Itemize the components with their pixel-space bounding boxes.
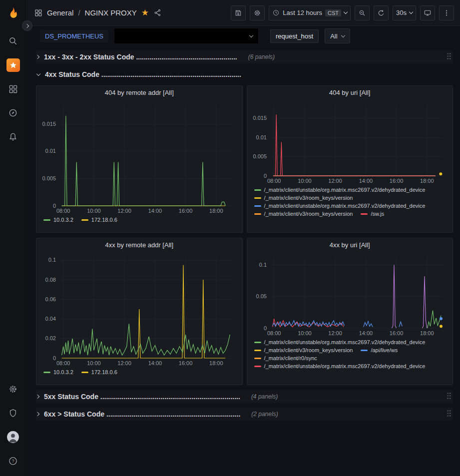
breadcrumb-section[interactable]: General [47,8,73,17]
svg-text:?: ? [11,459,14,464]
sidebar-item-help[interactable]: ? [0,449,26,473]
row-title: 5xx Status Code ........................… [44,393,240,401]
svg-text:0.04: 0.04 [45,316,56,322]
panel-title[interactable]: 4xx by uri [All] [247,238,453,252]
sidebar-expand-button[interactable] [22,20,32,31]
legend-item[interactable]: /_matrix/client/unstable/org.matrix.msc2… [254,339,426,345]
legend-item[interactable]: /_matrix/client/unstable/org.matrix.msc2… [254,187,426,193]
legend-item[interactable]: /_matrix/client/v3/room_keys/version [254,347,353,353]
svg-text:16:00: 16:00 [389,178,403,184]
legend-series-label: /_matrix/client/unstable/org.matrix.msc2… [264,187,426,193]
request-host-variable-value[interactable]: All [325,28,350,43]
svg-text:14:00: 14:00 [148,360,162,366]
panel-grid: 404 by remote addr [All] 08:0010:0012:00… [36,85,453,385]
legend-series-label: /sw.js [371,211,384,217]
zoom-out-button[interactable] [355,5,370,20]
kebab-menu-button[interactable] [439,5,454,20]
sidebar-item-configuration[interactable] [0,377,26,401]
row-4xx-status-code[interactable]: 4xx Status Code ........................… [36,68,453,81]
panel-title[interactable]: 4xx by remote addr [All] [36,238,242,252]
svg-text:16:00: 16:00 [179,360,193,366]
svg-text:0.1: 0.1 [259,262,266,268]
legend-item[interactable]: /sw.js [361,211,384,217]
legend-series-label: /_matrix/client/unstable/org.matrix.msc2… [264,339,426,345]
row-drag-handle[interactable] [447,392,452,402]
zoom-out-icon [358,9,366,17]
row-6xx-status-code[interactable]: 6xx > Status Code ......................… [36,408,453,421]
share-icon[interactable] [153,8,162,17]
panel-chart[interactable]: 08:0010:0012:0014:0016:0018:0000.020.040… [38,252,239,367]
row-drag-handle[interactable] [447,52,452,62]
legend-item[interactable]: 10.0.3.2 [43,369,73,375]
sidebar-item-dashboards[interactable] [0,77,26,101]
legend-series-label: 10.0.3.2 [53,217,73,223]
legend-item[interactable]: /api/live/ws [361,347,398,353]
refresh-interval-value: 30s [396,9,407,16]
refresh-button[interactable] [374,5,389,20]
panel-chart[interactable]: 08:0010:0012:0014:0016:0018:0000.0050.01… [249,100,450,185]
refresh-interval-dropdown[interactable]: 30s [393,5,416,20]
legend-item[interactable]: /_matrix/client/unstable/org.matrix.msc2… [254,363,426,369]
sidebar-item-server-admin[interactable] [0,401,26,425]
request-host-variable-text: All [330,32,337,40]
legend-item[interactable]: /_matrix/client/unstable/org.matrix.msc2… [254,203,426,209]
grafana-logo[interactable] [4,5,21,22]
sidebar-item-explore[interactable] [0,101,26,125]
breadcrumb-separator: / [78,8,80,17]
legend-series-label: /api/live/ws [371,347,398,353]
legend-item[interactable]: /_matrix/client/v3/room_keys/version [254,211,353,217]
sidebar-item-profile[interactable] [0,425,26,449]
chevron-right-icon [24,23,28,27]
svg-text:08:00: 08:00 [267,178,281,184]
panel-4xx-by-uri: 4xx by uri [All] 08:0010:0012:0014:0016:… [247,238,454,385]
panel-title[interactable]: 404 by remote addr [All] [36,86,242,100]
svg-text:14:00: 14:00 [359,330,373,336]
chevron-down-icon [36,71,40,75]
legend-series-marker [254,366,261,367]
save-dashboard-button[interactable] [231,5,246,20]
breadcrumb-title[interactable]: NGINX PROXY [85,8,137,17]
variables-bar: DS_PROMETHEUS request_host All [26,26,460,46]
row-1xx-3xx-2xx-status-code[interactable]: 1xx - 3xx - 2xx Status Code ............… [36,50,453,63]
chevron-down-icon [341,33,345,37]
legend-item[interactable]: 10.0.3.2 [43,217,73,223]
sidebar-item-search[interactable] [0,29,26,53]
favorite-star-icon[interactable]: ★ [141,8,149,17]
star-icon [6,58,20,72]
svg-text:16:00: 16:00 [179,208,193,214]
row-title: 1xx - 3xx - 2xx Status Code ............… [44,53,237,61]
legend-item[interactable]: /_matrix/client/r0/sync [254,355,317,361]
row-drag-handle[interactable] [447,410,452,419]
legend-item[interactable]: 172.18.0.6 [81,369,117,375]
legend-series-label: 172.18.0.6 [91,369,117,375]
row-5xx-status-code[interactable]: 5xx Status Code ........................… [36,390,453,403]
sidebar-item-starred[interactable] [0,53,26,77]
gear-icon [253,9,261,17]
svg-text:10:00: 10:00 [298,178,312,184]
top-navbar: General / NGINX PROXY ★ [26,0,460,26]
svg-text:12:00: 12:00 [117,360,131,366]
legend-series-marker [81,219,88,221]
svg-text:14:00: 14:00 [359,178,373,184]
tv-mode-button[interactable] [420,5,435,20]
time-range-picker[interactable]: Last 12 hours CST [269,5,351,20]
question-circle-icon: ? [8,456,18,466]
grafana-flame-icon [5,6,20,21]
svg-text:0.015: 0.015 [253,115,267,121]
panel-title[interactable]: 404 by uri [All] [247,86,453,100]
breadcrumb: General / NGINX PROXY ★ [34,8,162,17]
legend-item[interactable]: 172.18.0.6 [81,217,117,223]
request-host-variable-label[interactable]: request_host [270,29,319,43]
svg-text:0.005: 0.005 [42,175,56,181]
sidebar-item-alerting[interactable] [0,125,26,149]
svg-text:10:00: 10:00 [87,360,101,366]
datasource-variable-label[interactable]: DS_PROMETHEUS [40,30,108,42]
panel-chart[interactable]: 08:0010:0012:0014:0016:0018:0000.050.1 [249,252,450,337]
row-title: 6xx > Status Code ......................… [44,410,240,418]
svg-text:0.06: 0.06 [45,296,56,302]
panel-chart[interactable]: 08:0010:0012:0014:0016:0018:0000.0050.01… [38,100,239,215]
dashboard-settings-button[interactable] [250,5,265,20]
datasource-variable-value[interactable] [114,28,258,43]
legend-series-marker [254,350,261,351]
legend-item[interactable]: /_matrix/client/v3/room_keys/version [254,195,353,201]
